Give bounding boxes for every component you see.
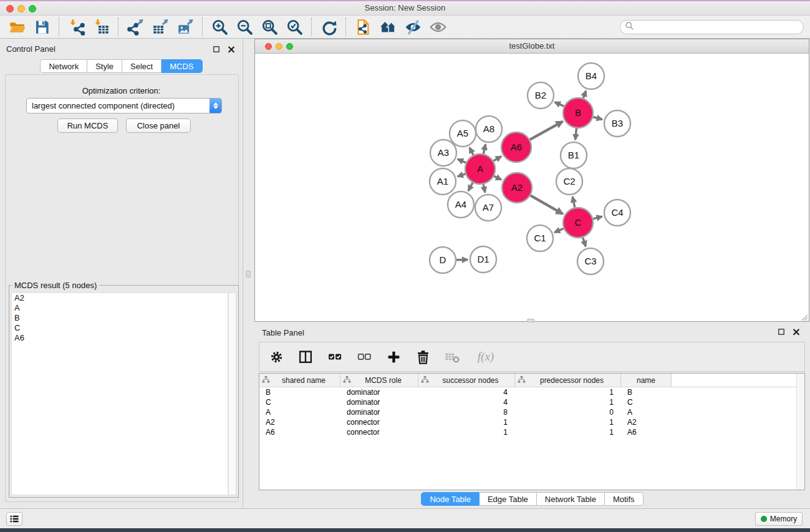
optimization-criterion-dropdown[interactable]: largest connected component (directed): [26, 98, 222, 114]
graph-node-C4[interactable]: C4: [604, 200, 630, 226]
network-minimize-button[interactable]: [276, 43, 282, 50]
table-cell[interactable]: C: [259, 398, 340, 407]
tab-edge-table[interactable]: Edge Table: [480, 492, 537, 506]
zoom-fit-icon[interactable]: [261, 18, 278, 36]
graph-edge-C-C4[interactable]: [593, 216, 602, 219]
table-cell[interactable]: B: [259, 388, 340, 397]
clear-selection-icon[interactable]: [355, 347, 374, 366]
graph-edge-B-B4[interactable]: [583, 91, 586, 99]
trash-icon[interactable]: [413, 347, 432, 366]
home-icon[interactable]: [379, 18, 397, 36]
zoom-out-icon[interactable]: [236, 18, 253, 36]
table-cell[interactable]: 1: [515, 418, 621, 427]
gear-icon[interactable]: [267, 347, 286, 366]
graph-edge-A-A6[interactable]: [493, 156, 501, 161]
memory-button[interactable]: Memory: [755, 512, 803, 526]
graph-node-A1[interactable]: A1: [430, 168, 456, 195]
graph-edge-A-A3[interactable]: [458, 159, 466, 163]
graph-edge-A-A2[interactable]: [494, 176, 501, 180]
show-graphics-icon[interactable]: [429, 18, 446, 36]
table-cell[interactable]: connector: [340, 428, 418, 437]
mcds-result-item[interactable]: A2: [12, 293, 228, 303]
table-cell[interactable]: 1: [515, 428, 621, 437]
mcds-result-item[interactable]: A: [12, 303, 228, 313]
select-all-icon[interactable]: [325, 347, 344, 366]
mcds-result-item[interactable]: A6: [12, 333, 228, 343]
add-icon[interactable]: [384, 347, 403, 366]
column-header-predecessor-nodes[interactable]: predecessor nodes: [515, 374, 621, 387]
export-network-icon[interactable]: [127, 18, 144, 36]
graph-node-A4[interactable]: A4: [448, 191, 474, 218]
graph-node-A7[interactable]: A7: [475, 195, 501, 221]
table-cell[interactable]: A: [621, 408, 672, 417]
mcds-result-item[interactable]: C: [12, 323, 228, 333]
table-cell[interactable]: A2: [621, 418, 672, 427]
graph-edge-A-A8[interactable]: [483, 144, 485, 153]
table-row[interactable]: A6connector11A6: [259, 427, 804, 437]
graph-node-D[interactable]: D: [430, 247, 456, 273]
table-cell[interactable]: 0: [515, 408, 621, 417]
graph-node-A5[interactable]: A5: [450, 120, 476, 147]
graph-node-C1[interactable]: C1: [527, 225, 553, 251]
open-folder-icon[interactable]: [8, 18, 26, 36]
tab-motifs[interactable]: Motifs: [605, 492, 644, 506]
zoom-in-icon[interactable]: [211, 18, 228, 36]
zoom-selected-icon[interactable]: [286, 18, 303, 36]
table-cell[interactable]: dominator: [340, 398, 418, 407]
zoom-window-button[interactable]: [29, 5, 36, 12]
network-graph[interactable]: B4 B2 B3 A5 A8 A3 B1 A1 C2 A4 A7 C4 C1: [255, 54, 808, 321]
table-cell[interactable]: 4: [418, 388, 515, 397]
graph-node-D1[interactable]: D1: [470, 246, 496, 273]
table-cell[interactable]: 1: [418, 428, 515, 437]
table-row[interactable]: Adominator80A: [259, 407, 804, 417]
tab-select[interactable]: Select: [122, 59, 162, 73]
table-cell[interactable]: 1: [515, 388, 621, 397]
task-history-button[interactable]: [6, 512, 22, 526]
table-cell[interactable]: A2: [259, 418, 340, 427]
graph-edge-A-A5[interactable]: [470, 147, 473, 155]
network-close-button[interactable]: [265, 43, 272, 50]
mcds-result-item[interactable]: B: [12, 313, 228, 323]
save-icon[interactable]: [33, 18, 51, 36]
tab-mcds[interactable]: MCDS: [162, 59, 202, 73]
table-cell[interactable]: A: [259, 408, 340, 417]
graph-node-B[interactable]: B: [563, 98, 593, 128]
graph-edge-C-C3[interactable]: [583, 238, 586, 246]
panel-splitter[interactable]: [243, 39, 254, 508]
tab-node-table[interactable]: Node Table: [421, 492, 480, 506]
graph-node-B3[interactable]: B3: [604, 110, 630, 137]
tab-network[interactable]: Network: [40, 59, 87, 73]
close-window-button[interactable]: [6, 5, 14, 12]
tab-network-table[interactable]: Network Table: [537, 492, 605, 506]
refresh-icon[interactable]: [320, 18, 337, 36]
close-table-panel-icon[interactable]: [791, 327, 801, 337]
search-field[interactable]: [620, 20, 804, 34]
table-cell[interactable]: A6: [621, 428, 672, 437]
graph-node-A8[interactable]: A8: [476, 116, 502, 142]
run-mcds-button[interactable]: Run MCDS: [57, 118, 118, 133]
tab-style[interactable]: Style: [87, 59, 122, 73]
column-header-name[interactable]: name: [621, 374, 672, 387]
graph-edge-A-A1[interactable]: [458, 174, 466, 177]
import-table-icon[interactable]: [92, 18, 110, 36]
column-header-successor-nodes[interactable]: successor nodes: [418, 374, 515, 387]
graph-edge-C-C1[interactable]: [554, 228, 564, 232]
graph-edge-A6-B[interactable]: [530, 122, 563, 140]
table-cell[interactable]: 8: [418, 408, 515, 417]
table-row[interactable]: A2connector11A2: [259, 417, 804, 427]
close-panel-icon[interactable]: [226, 44, 236, 54]
graph-edge-C-C2[interactable]: [572, 196, 575, 207]
table-scrollbar[interactable]: [796, 374, 804, 490]
close-panel-button[interactable]: Close panel: [126, 118, 191, 133]
float-panel-icon[interactable]: [211, 44, 221, 54]
minimize-window-button[interactable]: [17, 5, 25, 12]
session-doc-icon[interactable]: [354, 18, 372, 36]
network-canvas[interactable]: B4 B2 B3 A5 A8 A3 B1 A1 C2 A4 A7 C4 C1: [255, 54, 809, 321]
graph-node-B2[interactable]: B2: [528, 82, 554, 109]
table-cell[interactable]: 1: [418, 418, 515, 427]
graph-edge-B-B2[interactable]: [555, 102, 564, 107]
graph-edge-A-A4[interactable]: [468, 183, 473, 191]
table-row[interactable]: Cdominator41C: [259, 397, 804, 407]
graph-node-C2[interactable]: C2: [556, 168, 582, 195]
graph-edge-A2-C[interactable]: [531, 195, 563, 214]
